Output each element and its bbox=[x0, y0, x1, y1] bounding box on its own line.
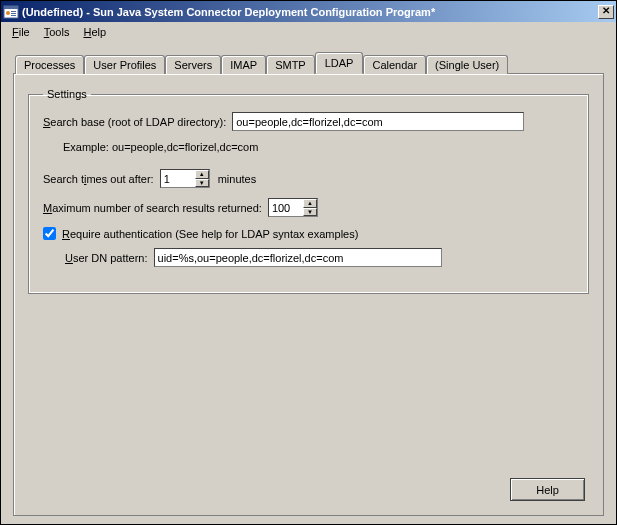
row-timeout: Search times out after: ▲ ▼ minutes bbox=[43, 169, 574, 188]
tab-servers[interactable]: Servers bbox=[165, 55, 221, 74]
titlebar: (Undefined) - Sun Java System Connector … bbox=[1, 1, 616, 22]
tab-user-profiles[interactable]: User Profiles bbox=[84, 55, 165, 74]
require-auth-checkbox[interactable] bbox=[43, 227, 56, 240]
search-base-input[interactable] bbox=[232, 112, 524, 131]
timeout-spinner: ▲ ▼ bbox=[160, 169, 210, 188]
tab-strip: Processes User Profiles Servers IMAP SMT… bbox=[15, 52, 604, 73]
row-user-dn: User DN pattern: bbox=[65, 248, 574, 267]
tab-panel-ldap: Settings Search base (root of LDAP direc… bbox=[13, 73, 604, 516]
max-results-input[interactable] bbox=[269, 199, 303, 216]
client-area: Processes User Profiles Servers IMAP SMT… bbox=[1, 42, 616, 524]
panel-footer: Help bbox=[510, 470, 589, 505]
max-results-spinner: ▲ ▼ bbox=[268, 198, 318, 217]
tab-imap[interactable]: IMAP bbox=[221, 55, 266, 74]
user-dn-input[interactable] bbox=[154, 248, 442, 267]
menu-help[interactable]: Help bbox=[76, 24, 113, 40]
timeout-units: minutes bbox=[218, 173, 257, 185]
tab-ldap[interactable]: LDAP bbox=[315, 52, 364, 74]
svg-rect-1 bbox=[4, 6, 18, 9]
search-base-example: Example: ou=people,dc=florizel,dc=com bbox=[63, 141, 574, 153]
search-base-label: Search base (root of LDAP directory): bbox=[43, 116, 226, 128]
timeout-spin-up[interactable]: ▲ bbox=[195, 170, 209, 179]
tab-smtp[interactable]: SMTP bbox=[266, 55, 315, 74]
max-results-label: Maximum number of search results returne… bbox=[43, 202, 262, 214]
window-title: (Undefined) - Sun Java System Connector … bbox=[22, 6, 598, 18]
svg-rect-3 bbox=[11, 11, 16, 12]
row-max-results: Maximum number of search results returne… bbox=[43, 198, 574, 217]
menu-tools[interactable]: Tools bbox=[37, 24, 77, 40]
tab-calendar[interactable]: Calendar bbox=[363, 55, 426, 74]
settings-legend: Settings bbox=[43, 88, 91, 100]
close-icon: ✕ bbox=[602, 5, 610, 16]
require-auth-label: Require authentication (See help for LDA… bbox=[62, 228, 358, 240]
app-window: (Undefined) - Sun Java System Connector … bbox=[0, 0, 617, 525]
svg-rect-5 bbox=[11, 15, 16, 16]
svg-rect-4 bbox=[11, 13, 16, 14]
row-search-base: Search base (root of LDAP directory): bbox=[43, 112, 574, 131]
help-button[interactable]: Help bbox=[510, 478, 585, 501]
svg-point-2 bbox=[6, 11, 10, 15]
settings-group: Settings Search base (root of LDAP direc… bbox=[28, 88, 589, 294]
timeout-spin-down[interactable]: ▼ bbox=[195, 179, 209, 188]
timeout-input[interactable] bbox=[161, 170, 195, 187]
menubar: File Tools Help bbox=[1, 22, 616, 42]
max-results-spin-up[interactable]: ▲ bbox=[303, 199, 317, 208]
app-icon bbox=[3, 4, 19, 20]
tab-processes[interactable]: Processes bbox=[15, 55, 84, 74]
timeout-label: Search times out after: bbox=[43, 173, 154, 185]
user-dn-label: User DN pattern: bbox=[65, 252, 148, 264]
close-button[interactable]: ✕ bbox=[598, 5, 614, 19]
max-results-spin-down[interactable]: ▼ bbox=[303, 208, 317, 217]
menu-file[interactable]: File bbox=[5, 24, 37, 40]
tab-single-user[interactable]: (Single User) bbox=[426, 55, 508, 74]
row-require-auth: Require authentication (See help for LDA… bbox=[43, 227, 574, 240]
